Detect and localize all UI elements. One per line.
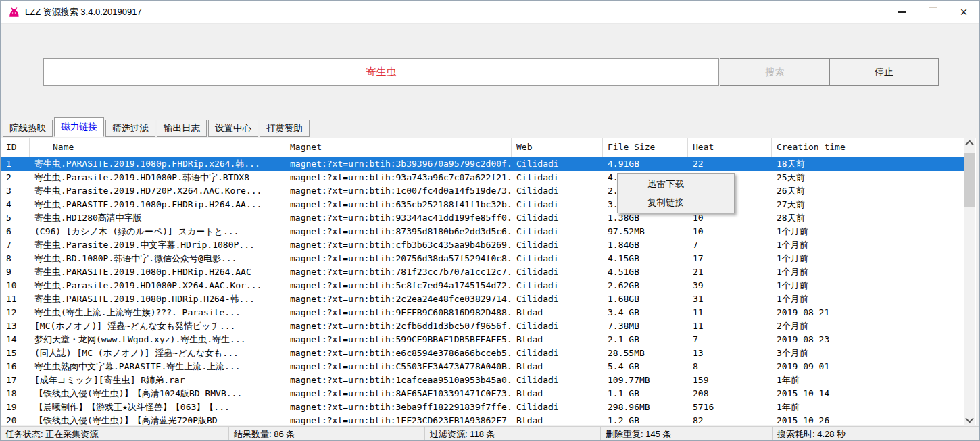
column-header-name[interactable]: Name — [30, 138, 285, 157]
cell-id: 3 — [1, 184, 30, 198]
table-row[interactable]: 9寄生虫.PARASITE.2019.1080p.FHDRip.H264.AAC… — [1, 265, 964, 279]
cell-creation-time: 1个月前 — [772, 279, 964, 292]
cell-name: 寄生虫.Parasite.2019.HD720P.X264.AAC.Kore..… — [30, 184, 285, 198]
cell-heat: 21 — [688, 265, 772, 279]
table-row[interactable]: 17[成年コミック][寄生虫] R姉弟.rarmagnet:?xt=urn:bt… — [1, 373, 964, 387]
menu-item-copy-link[interactable]: 复制链接 — [618, 193, 734, 211]
column-header-web[interactable]: Web — [512, 138, 603, 157]
table-row[interactable]: 18【铁线虫入侵(寄生虫)】【高清1024版BD-RMVB...magnet:?… — [1, 387, 964, 400]
cell-creation-time: 2019-08-21 — [772, 306, 964, 319]
cell-id: 13 — [1, 319, 30, 333]
status-result-count: 结果数量: 86 条 — [229, 427, 425, 441]
table-row[interactable]: 4寄生虫.PARASITE.2019.1080p.FHDRip.H264.AA.… — [1, 198, 964, 211]
search-button[interactable]: 搜索 — [720, 58, 830, 86]
table-row[interactable]: 1寄生虫.PARASITE.2019.1080p.FHDRip.x264.韩..… — [1, 157, 964, 171]
minimize-button[interactable] — [886, 1, 917, 23]
cell-id: 8 — [1, 252, 30, 265]
cell-name: 寄生虫.PARASITE.2019.1080p.FHDRip.x264.韩... — [30, 157, 285, 171]
cell-web: Btdad — [512, 387, 603, 400]
status-dedup-count: 删除重复: 145 条 — [601, 427, 773, 441]
maximize-icon — [929, 7, 937, 16]
table-row[interactable]: 13[MC(ホノオノ)] 淫蟲~どんな女も発情ビッチ...magnet:?xt=… — [1, 319, 964, 333]
cell-heat: 17 — [688, 252, 772, 265]
column-header-file-size[interactable]: File Size — [603, 138, 688, 157]
column-header-magnet[interactable]: Magnet — [285, 138, 512, 157]
cell-file-size: 5.4 GB — [603, 360, 688, 373]
cell-id: 10 — [1, 279, 30, 292]
table-row[interactable]: 7寄生虫.Parasite.2019.中文字幕.HDrip.1080P...ma… — [1, 238, 964, 252]
column-header-heat[interactable]: Heat — [688, 138, 772, 157]
cell-name: 寄生虫熟肉中文字幕.PARASITE.寄生上流.上流... — [30, 360, 285, 373]
table-row[interactable]: 3寄生虫.Parasite.2019.HD720P.X264.AAC.Kore.… — [1, 184, 964, 198]
vertical-scrollbar[interactable] — [964, 138, 975, 425]
cell-creation-time: 28天前 — [772, 211, 964, 225]
cell-name: 寄生虫(寄生上流.上流寄生族)???. Parasite... — [30, 306, 285, 319]
cell-magnet: magnet:?xt=urn:btih:2c2ea24e48fce0382971… — [285, 292, 512, 306]
cell-id: 7 — [1, 238, 30, 252]
cell-magnet: magnet:?xt=urn:btih:C5503FF3A473A778A040… — [285, 360, 512, 373]
cell-heat: 31 — [688, 292, 772, 306]
tab-cinema-hot[interactable]: 院线热映 — [3, 120, 53, 137]
cell-id: 19 — [1, 400, 30, 414]
table-row[interactable]: 16寄生虫熟肉中文字幕.PARASITE.寄生上流.上流...magnet:?x… — [1, 360, 964, 373]
cell-creation-time: 1个月前 — [772, 265, 964, 279]
table-row[interactable]: 8寄生虫.BD.1080P.韩语中字.微信公众号@电影...magnet:?xt… — [1, 252, 964, 265]
cell-id: 2 — [1, 171, 30, 184]
context-menu: 迅雷下载复制链接 — [617, 173, 735, 213]
cell-magnet: magnet:?xt=urn:btih:8AF65AE103391471C0F7… — [285, 387, 512, 400]
column-header-creation-time[interactable]: Creation time — [772, 138, 964, 157]
table-row[interactable]: 6(C96) [カシノ木 (緑のルーペ)] スカートと...magnet:?xt… — [1, 225, 964, 238]
menu-item-thunder-download[interactable]: 迅雷下载 — [618, 175, 734, 193]
cell-creation-time: 1年前 — [772, 400, 964, 414]
table-row[interactable]: 5寄生虫.HD1280高清中字版magnet:?xt=urn:btih:9334… — [1, 211, 964, 225]
tab-output-log[interactable]: 输出日志 — [157, 120, 207, 137]
table-row[interactable]: 15(同人誌) [MC (ホノオノ)] 淫蟲~どんな女も...magnet:?x… — [1, 346, 964, 360]
cell-magnet: magnet:?xt=urn:btih:9FFFB9C60B816D982D48… — [285, 306, 512, 319]
table-row[interactable]: 2寄生虫.Parasite.2019.HD1080P.韩语中字.BTDX8mag… — [1, 171, 964, 184]
table-row[interactable]: 14梦幻天堂・龙网(www.LWgod.xyz).寄生虫.寄生...magnet… — [1, 333, 964, 346]
table-row[interactable]: 20【铁线虫入侵(寄生虫)】【高清蓝光720P版BD-magnet:?xt=ur… — [1, 414, 964, 425]
window-title: LZZ 资源搜索 3.4.0.20190917 — [25, 1, 142, 23]
cell-web: Cilidadi — [512, 292, 603, 306]
scroll-up-button[interactable] — [964, 138, 975, 149]
close-button[interactable]: × — [948, 1, 979, 23]
cell-web: Cilidadi — [512, 225, 603, 238]
cell-magnet: magnet:?xt=urn:btih:20756d38da57f5294f0c… — [285, 252, 512, 265]
tab-magnet-links[interactable]: 磁力链接 — [54, 117, 104, 137]
cell-magnet: magnet:?xt=urn:btih:1FF23CD623FB1A93862F… — [285, 414, 512, 425]
cell-file-size: 1.68GB — [603, 292, 688, 306]
cell-magnet: magnet:?xt=urn:btih:599CE9BBAF1DB5BFEAEF… — [285, 333, 512, 346]
cell-id: 11 — [1, 292, 30, 306]
table-row[interactable]: 12寄生虫(寄生上流.上流寄生族)???. Parasite...magnet:… — [1, 306, 964, 319]
window-controls: × — [886, 1, 979, 23]
scrollbar-thumb[interactable] — [964, 153, 975, 207]
stop-button[interactable]: 停止 — [829, 58, 939, 86]
tab-filter[interactable]: 筛选过滤 — [105, 120, 155, 137]
cell-file-size: 4.15GB — [603, 252, 688, 265]
cell-web: Cilidadi — [512, 157, 603, 171]
cell-file-size: 2.1 GB — [603, 333, 688, 346]
cell-creation-time: 2019-09-01 — [772, 360, 964, 373]
table-body: 1寄生虫.PARASITE.2019.1080p.FHDRip.x264.韩..… — [1, 157, 964, 425]
maximize-button[interactable] — [917, 1, 948, 23]
cell-heat: 5716 — [688, 400, 772, 414]
cell-name: 寄生虫.PARASITE.2019.1080p.HDRip.H264-韩... — [30, 292, 285, 306]
status-filtered-count: 过滤资源: 118 条 — [425, 427, 601, 441]
cell-name: 寄生虫.HD1280高清中字版 — [30, 211, 285, 225]
cell-id: 14 — [1, 333, 30, 346]
table-row[interactable]: 10寄生虫.Parasite.2019.HD1080P.X264.AAC.Kor… — [1, 279, 964, 292]
table-row[interactable]: 19【晨曦制作】【游戏王★决斗怪兽】【063】【...magnet:?xt=ur… — [1, 400, 964, 414]
cell-magnet: magnet:?xt=urn:btih:3b3939670a95799c2d00… — [285, 157, 512, 171]
status-task-state: 任务状态: 正在采集资源 — [1, 427, 229, 441]
search-input[interactable] — [43, 58, 719, 86]
scroll-down-button[interactable] — [964, 414, 975, 425]
cell-creation-time: 2015-10-14 — [772, 387, 964, 400]
table-row[interactable]: 11寄生虫.PARASITE.2019.1080p.HDRip.H264-韩..… — [1, 292, 964, 306]
cell-name: 寄生虫.PARASITE.2019.1080p.FHDRip.H264.AA..… — [30, 198, 285, 211]
cell-id: 12 — [1, 306, 30, 319]
cell-name: 寄生虫.Parasite.2019.中文字幕.HDrip.1080P... — [30, 238, 285, 252]
cell-file-size: 1.1 GB — [603, 387, 688, 400]
tab-donate[interactable]: 打赏赞助 — [260, 120, 310, 137]
tab-settings[interactable]: 设置中心 — [208, 120, 258, 137]
column-header-id[interactable]: ID — [1, 138, 30, 157]
